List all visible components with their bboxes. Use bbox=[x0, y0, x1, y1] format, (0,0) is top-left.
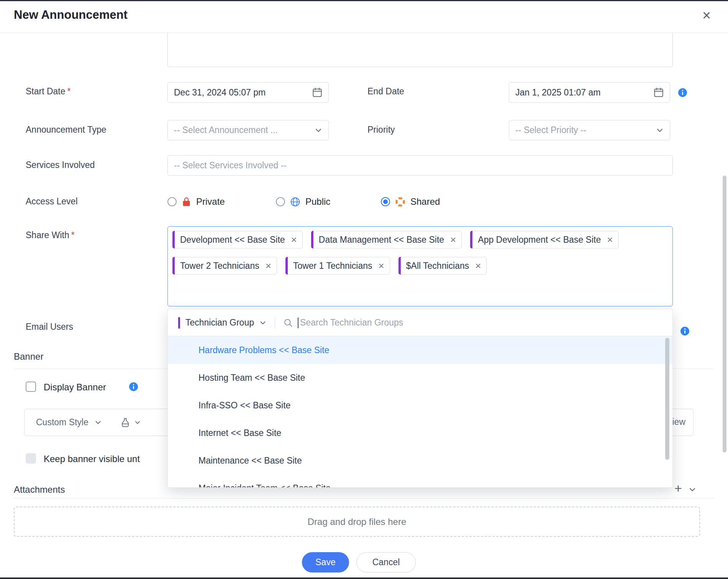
dropdown-option[interactable]: Infra-SSO << Base Site bbox=[168, 391, 672, 419]
share-with-multiselect[interactable]: Development << Base Site × Data Manageme… bbox=[167, 226, 673, 306]
chip-accent-bar bbox=[172, 231, 175, 248]
share-with-dropdown: Technician Group Search Technician Group… bbox=[167, 309, 673, 488]
required-asterisk: * bbox=[71, 230, 75, 240]
share-with-label: Share With* bbox=[26, 230, 75, 240]
section-divider bbox=[14, 498, 714, 498]
dropdown-option[interactable]: Hosting Team << Base Site bbox=[168, 364, 672, 391]
banner-section-label: Banner bbox=[14, 351, 43, 362]
priority-select[interactable]: -- Select Priority -- bbox=[509, 120, 670, 140]
access-level-private[interactable]: Private bbox=[167, 194, 225, 210]
custom-style-select[interactable]: Custom Style bbox=[36, 417, 89, 428]
radio-label: Shared bbox=[410, 196, 440, 207]
display-banner-info-icon[interactable] bbox=[129, 382, 138, 393]
window-bottom-edge bbox=[0, 577, 728, 579]
share-chip: $All Technicians × bbox=[398, 257, 487, 275]
start-date-input[interactable]: Dec 31, 2024 05:07 pm bbox=[167, 82, 329, 103]
chip-accent-bar bbox=[285, 257, 288, 275]
page-scrollbar[interactable] bbox=[723, 176, 726, 452]
share-chip: Development << Base Site × bbox=[172, 231, 303, 248]
chip-remove-icon[interactable]: × bbox=[450, 235, 456, 245]
calendar-icon[interactable] bbox=[312, 87, 323, 98]
end-date-value: Jan 1, 2025 01:07 am bbox=[515, 87, 601, 98]
dropzone-text: Drag and drop files here bbox=[308, 516, 406, 527]
share-chip: Data Management << Base Site × bbox=[311, 231, 462, 248]
chip-label: $All Technicians bbox=[406, 261, 469, 271]
chip-label: App Development << Base Site bbox=[478, 235, 601, 245]
lock-icon bbox=[181, 196, 192, 207]
modal-header: New Announcement × bbox=[0, 1, 728, 33]
search-input[interactable]: Search Technician Groups bbox=[300, 317, 403, 328]
priority-placeholder: -- Select Priority -- bbox=[515, 125, 586, 135]
email-users-info-icon[interactable] bbox=[680, 326, 690, 337]
priority-label: Priority bbox=[367, 125, 395, 135]
chevron-down-icon bbox=[314, 126, 323, 135]
vertical-divider bbox=[275, 317, 275, 329]
start-date-value: Dec 31, 2024 05:07 pm bbox=[174, 87, 266, 98]
chip-label: Development << Base Site bbox=[180, 235, 285, 245]
chip-label: Tower 2 Technicians bbox=[180, 261, 259, 271]
access-level-label: Access Level bbox=[26, 196, 78, 207]
services-involved-placeholder: -- Select Services Involved -- bbox=[174, 160, 287, 171]
chevron-down-icon bbox=[655, 126, 664, 135]
display-banner-label: Display Banner bbox=[44, 382, 106, 393]
dropdown-option[interactable]: Internet << Base Site bbox=[168, 419, 672, 447]
lifebuoy-icon bbox=[395, 196, 406, 207]
cancel-button[interactable]: Cancel bbox=[356, 552, 416, 572]
radio-selected bbox=[381, 197, 390, 206]
chip-label: Tower 1 Technicians bbox=[293, 261, 372, 271]
calendar-icon[interactable] bbox=[653, 87, 664, 98]
start-date-label: Start Date* bbox=[26, 86, 71, 97]
dropdown-scrollbar[interactable] bbox=[665, 338, 669, 460]
access-level-public[interactable]: Public bbox=[276, 194, 330, 210]
keep-banner-label: Keep banner visible unt bbox=[44, 454, 140, 464]
chip-accent-bar bbox=[172, 257, 175, 275]
services-involved-label: Services Involved bbox=[26, 160, 95, 170]
paint-style-icon[interactable] bbox=[120, 417, 131, 428]
share-chip: Tower 2 Technicians × bbox=[172, 257, 277, 275]
chip-accent-bar bbox=[398, 257, 401, 275]
display-banner-checkbox[interactable] bbox=[26, 382, 36, 392]
chip-accent-bar bbox=[470, 231, 472, 248]
text-cursor bbox=[298, 317, 298, 328]
email-users-label: Email Users bbox=[26, 322, 73, 332]
announcement-type-label: Announcement Type bbox=[26, 125, 107, 135]
group-type-select[interactable]: Technician Group bbox=[185, 317, 254, 328]
radio-unselected bbox=[167, 197, 177, 206]
radio-unselected bbox=[276, 197, 285, 206]
end-date-input[interactable]: Jan 1, 2025 01:07 am bbox=[509, 82, 670, 103]
dropdown-option[interactable]: Major Incident Team << Base Site bbox=[168, 474, 672, 488]
end-date-label: End Date bbox=[367, 86, 404, 97]
chip-remove-icon[interactable]: × bbox=[379, 261, 384, 271]
dropdown-header: Technician Group Search Technician Group… bbox=[168, 309, 672, 336]
globe-icon bbox=[290, 196, 301, 207]
close-icon[interactable]: × bbox=[702, 8, 711, 23]
add-attachment-icon[interactable]: + bbox=[674, 482, 682, 495]
attachments-collapse-icon[interactable] bbox=[688, 485, 697, 496]
required-asterisk: * bbox=[67, 86, 71, 96]
share-chip: App Development << Base Site × bbox=[470, 231, 618, 248]
announcement-type-placeholder: -- Select Announcement ... bbox=[174, 125, 278, 135]
chevron-down-icon bbox=[94, 418, 102, 427]
announcement-type-select[interactable]: -- Select Announcement ... bbox=[167, 120, 329, 140]
share-chip: Tower 1 Technicians × bbox=[285, 257, 390, 275]
chip-label: Data Management << Base Site bbox=[319, 235, 444, 245]
description-textarea[interactable] bbox=[167, 33, 673, 67]
access-level-shared[interactable]: Shared bbox=[381, 194, 440, 210]
chip-remove-icon[interactable]: × bbox=[475, 261, 481, 271]
file-dropzone[interactable]: Drag and drop files here bbox=[14, 507, 700, 537]
radio-label: Public bbox=[305, 196, 330, 207]
dropdown-option[interactable]: Maintenance << Base Site bbox=[168, 447, 672, 474]
chip-accent-bar bbox=[311, 231, 313, 248]
keep-banner-checkbox[interactable] bbox=[26, 453, 36, 464]
end-date-info-icon[interactable] bbox=[678, 88, 687, 99]
radio-label: Private bbox=[196, 196, 225, 207]
chip-remove-icon[interactable]: × bbox=[291, 235, 297, 245]
services-involved-input[interactable]: -- Select Services Involved -- bbox=[167, 155, 673, 176]
chevron-down-icon bbox=[134, 419, 141, 426]
dropdown-option[interactable]: Hardware Problems << Base Site bbox=[168, 336, 672, 364]
attachments-label: Attachments bbox=[14, 484, 65, 495]
chip-remove-icon[interactable]: × bbox=[607, 235, 613, 245]
chip-remove-icon[interactable]: × bbox=[266, 261, 271, 271]
save-button[interactable]: Save bbox=[302, 552, 349, 572]
chevron-down-icon[interactable] bbox=[259, 319, 267, 327]
